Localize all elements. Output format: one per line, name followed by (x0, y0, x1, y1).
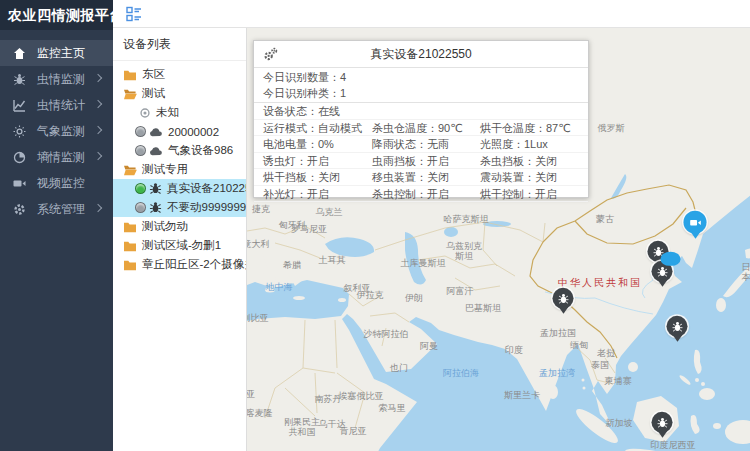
chevron-right-icon (94, 126, 102, 134)
globe-icon (13, 151, 26, 164)
folder-closed-icon (123, 69, 137, 81)
popup-telemetry-cell: 杀虫挡板：关闭 (471, 153, 588, 169)
device-tree-label: 真实设备21022550 (167, 181, 247, 196)
device-tree-label: 测试区域-勿删1 (142, 238, 221, 253)
sidebar-item-pest-monitor[interactable]: 虫情监测 (0, 66, 113, 92)
device-tree-item[interactable]: 真实设备21022550 (113, 179, 246, 198)
device-tree-item[interactable]: 气象设备986 (113, 141, 246, 160)
popup-header: 真实设备21022550 (254, 41, 588, 68)
map-device-marker[interactable] (667, 316, 688, 337)
popup-today-section: 今日识别数量：4 今日识别种类：1 (254, 68, 588, 103)
device-tree-item[interactable]: 章丘阳丘区-2个摄像头 (113, 255, 246, 274)
device-status-dot (135, 126, 146, 137)
device-tree-item[interactable]: 测试专用 (113, 160, 246, 179)
app-title: 农业四情测报平台 (0, 0, 113, 30)
popup-device-status: 设备状态：在线 (254, 103, 588, 120)
popup-today-row: 今日识别数量：4 (254, 69, 588, 85)
map-device-marker[interactable] (553, 288, 574, 309)
sidebar: 农业四情测报平台 监控主页 虫情监测 虫情统计 气象监测 (0, 0, 113, 451)
map-device-marker[interactable] (652, 412, 673, 433)
popup-telemetry-cell: 杀虫控制：开启 (363, 186, 471, 202)
sidebar-item-label: 墒情监测 (37, 149, 85, 166)
map-device-marker[interactable] (652, 261, 673, 282)
tree-toggle-icon[interactable] (126, 6, 142, 22)
bug-icon (557, 292, 569, 304)
popup-telemetry-cell: 补光灯：开启 (254, 186, 363, 202)
device-tree-item[interactable]: 测试区域-勿删1 (113, 236, 246, 255)
device-tree-label: 不要动99999999 (167, 200, 247, 215)
popup-telemetry-cell: 降雨状态：无雨 (363, 136, 471, 152)
popup-telemetry-cell: 诱虫灯：开启 (254, 153, 363, 169)
device-list-panel: 设备列表 东区 (113, 28, 247, 451)
video-camera-icon (13, 177, 26, 190)
device-list-title: 设备列表 (113, 28, 246, 61)
gear-icon (13, 203, 26, 216)
pest-device-icon (149, 201, 162, 214)
sidebar-item-label: 气象监测 (37, 123, 85, 140)
video-camera-icon (689, 216, 701, 228)
popup-telemetry-cell: 光照度：1Lux (471, 136, 588, 152)
sidebar-menu: 监控主页 虫情监测 虫情统计 气象监测 墒情监测 (0, 40, 113, 222)
popup-telemetry-cell: 移虫装置：关闭 (363, 169, 471, 185)
device-tree-label: 东区 (142, 67, 165, 82)
weather-device-icon (149, 126, 163, 138)
popup-telemetry-grid: 运行模式：自动模式 杀虫仓温度：90℃ 烘干仓温度：87℃ 电池电量：0% 降雨… (254, 120, 588, 202)
device-tree: 东区 测试 (113, 61, 246, 274)
sidebar-item-weather-monitor[interactable]: 气象监测 (0, 118, 113, 144)
bug-icon (13, 73, 26, 86)
popup-telemetry-cell: 杀虫仓温度：90℃ (363, 120, 471, 136)
device-tree-item[interactable]: 测试 (113, 84, 246, 103)
bug-icon (656, 265, 668, 277)
home-icon (13, 47, 26, 60)
chevron-right-icon (94, 152, 102, 160)
line-chart-icon (13, 99, 26, 112)
pest-device-icon (149, 182, 162, 195)
sidebar-item-label: 视频监控 (37, 175, 85, 192)
water-wave-icon (661, 252, 681, 266)
map-device-marker[interactable] (684, 211, 707, 234)
chevron-right-icon (94, 74, 102, 82)
device-status-dot (135, 183, 146, 194)
popup-device-title: 真实设备21022550 (254, 46, 588, 63)
sidebar-item-system-settings[interactable]: 系统管理 (0, 196, 113, 222)
device-tree-item[interactable]: 不要动99999999 (113, 198, 246, 217)
popup-telemetry-cell: 震动装置：关闭 (471, 169, 588, 185)
sidebar-item-label: 系统管理 (37, 201, 85, 218)
device-tree-item[interactable]: 未知 (113, 103, 246, 122)
device-tree-label: 测试 (142, 86, 165, 101)
device-detail-popup: 真实设备21022550 今日识别数量：4 今日识别种类：1 设备状态：在线 运… (253, 40, 589, 198)
sun-icon (13, 125, 26, 138)
sidebar-item-label: 监控主页 (37, 45, 85, 62)
chevron-right-icon (94, 100, 102, 108)
device-tree-label: 测试专用 (142, 162, 188, 177)
top-bar (113, 0, 750, 28)
popup-telemetry-cell: 烘干控制：开启 (471, 186, 588, 202)
folder-closed-icon (123, 259, 137, 271)
sidebar-item-monitor-home[interactable]: 监控主页 (0, 40, 113, 66)
device-tree-item[interactable]: 20000002 (113, 122, 246, 141)
sidebar-item-soil-monitor[interactable]: 墒情监测 (0, 144, 113, 170)
unknown-device-icon (139, 107, 151, 119)
app-window: 农业四情测报平台 监控主页 虫情监测 虫情统计 气象监测 (0, 0, 750, 451)
device-status-dot (135, 202, 146, 213)
device-tree-label: 未知 (156, 105, 179, 120)
sidebar-item-video-monitor[interactable]: 视频监控 (0, 170, 113, 196)
popup-telemetry-cell: 烘干挡板：关闭 (254, 169, 363, 185)
bug-icon (656, 416, 668, 428)
popup-today-row: 今日识别种类：1 (254, 85, 588, 101)
sidebar-item-pest-stats[interactable]: 虫情统计 (0, 92, 113, 118)
device-tree-item[interactable]: 东区 (113, 65, 246, 84)
popup-telemetry-cell: 运行模式：自动模式 (254, 120, 363, 136)
folder-closed-icon (123, 221, 137, 233)
popup-telemetry-cell: 虫雨挡板：开启 (363, 153, 471, 169)
device-tree-label: 20000002 (168, 126, 219, 138)
weather-device-icon (149, 145, 163, 157)
sidebar-item-label: 虫情监测 (37, 71, 85, 88)
popup-telemetry-cell: 烘干仓温度：87℃ (471, 120, 588, 136)
device-tree-item[interactable]: 测试勿动 (113, 217, 246, 236)
popup-telemetry-cell: 电池电量：0% (254, 136, 363, 152)
device-tree-label: 章丘阳丘区-2个摄像头 (142, 257, 247, 272)
sidebar-item-label: 虫情统计 (37, 97, 85, 114)
device-tree-label: 气象设备986 (168, 143, 233, 158)
folder-open-icon (123, 164, 137, 176)
